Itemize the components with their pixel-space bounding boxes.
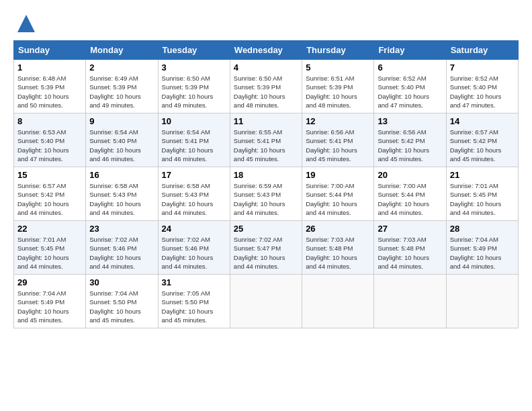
- day-detail: Sunrise: 6:52 AM Sunset: 5:40 PM Dayligh…: [450, 74, 515, 109]
- calendar-cell: 11Sunrise: 6:55 AM Sunset: 5:41 PM Dayli…: [230, 113, 302, 167]
- day-number: 21: [450, 170, 515, 180]
- calendar-cell: 14Sunrise: 6:57 AM Sunset: 5:42 PM Dayli…: [446, 113, 518, 167]
- day-detail: Sunrise: 7:02 AM Sunset: 5:46 PM Dayligh…: [89, 235, 154, 271]
- calendar-table: SundayMondayTuesdayWednesdayThursdayFrid…: [13, 40, 519, 328]
- day-detail: Sunrise: 6:53 AM Sunset: 5:40 PM Dayligh…: [17, 128, 82, 163]
- day-number: 6: [378, 62, 442, 73]
- day-detail: Sunrise: 7:03 AM Sunset: 5:48 PM Dayligh…: [306, 235, 370, 271]
- day-detail: Sunrise: 7:04 AM Sunset: 5:49 PM Dayligh…: [17, 289, 82, 324]
- day-number: 4: [234, 62, 298, 73]
- calendar-cell: 5Sunrise: 6:51 AM Sunset: 5:39 PM Daylig…: [302, 60, 374, 113]
- day-detail: Sunrise: 7:05 AM Sunset: 5:50 PM Dayligh…: [162, 289, 226, 324]
- day-number: 28: [450, 224, 515, 234]
- calendar-cell: 17Sunrise: 6:58 AM Sunset: 5:43 PM Dayli…: [158, 167, 230, 221]
- calendar-cell: 10Sunrise: 6:54 AM Sunset: 5:41 PM Dayli…: [158, 113, 230, 167]
- day-detail: Sunrise: 7:00 AM Sunset: 5:44 PM Dayligh…: [306, 181, 370, 217]
- calendar-cell: 12Sunrise: 6:56 AM Sunset: 5:41 PM Dayli…: [302, 113, 374, 167]
- day-number: 17: [162, 170, 226, 180]
- day-detail: Sunrise: 6:52 AM Sunset: 5:40 PM Dayligh…: [378, 74, 442, 109]
- calendar-cell: 22Sunrise: 7:01 AM Sunset: 5:45 PM Dayli…: [14, 221, 86, 275]
- calendar-cell: 9Sunrise: 6:54 AM Sunset: 5:40 PM Daylig…: [86, 113, 158, 167]
- calendar-cell: 21Sunrise: 7:01 AM Sunset: 5:45 PM Dayli…: [446, 167, 518, 221]
- day-detail: Sunrise: 7:00 AM Sunset: 5:44 PM Dayligh…: [378, 181, 442, 217]
- calendar-cell: 6Sunrise: 6:52 AM Sunset: 5:40 PM Daylig…: [374, 60, 446, 113]
- calendar-week-1: 1Sunrise: 6:48 AM Sunset: 5:39 PM Daylig…: [14, 60, 519, 113]
- header-thursday: Thursday: [302, 41, 374, 60]
- day-number: 16: [89, 170, 154, 180]
- calendar-week-2: 8Sunrise: 6:53 AM Sunset: 5:40 PM Daylig…: [14, 113, 519, 167]
- day-number: 15: [17, 170, 82, 180]
- header-sunday: Sunday: [14, 41, 86, 60]
- calendar-cell: 15Sunrise: 6:57 AM Sunset: 5:42 PM Dayli…: [14, 167, 86, 221]
- calendar-cell: [374, 275, 446, 328]
- logo: [13, 13, 36, 34]
- day-detail: Sunrise: 7:02 AM Sunset: 5:46 PM Dayligh…: [162, 235, 226, 271]
- calendar-cell: 31Sunrise: 7:05 AM Sunset: 5:50 PM Dayli…: [158, 275, 230, 328]
- calendar-cell: 1Sunrise: 6:48 AM Sunset: 5:39 PM Daylig…: [14, 60, 86, 113]
- day-number: 23: [89, 224, 154, 234]
- calendar-cell: 7Sunrise: 6:52 AM Sunset: 5:40 PM Daylig…: [446, 60, 518, 113]
- day-number: 29: [17, 277, 82, 287]
- calendar-cell: 18Sunrise: 6:59 AM Sunset: 5:43 PM Dayli…: [230, 167, 302, 221]
- calendar-cell: 8Sunrise: 6:53 AM Sunset: 5:40 PM Daylig…: [14, 113, 86, 167]
- day-detail: Sunrise: 6:50 AM Sunset: 5:39 PM Dayligh…: [162, 74, 226, 109]
- day-detail: Sunrise: 6:58 AM Sunset: 5:43 PM Dayligh…: [89, 181, 154, 217]
- header-saturday: Saturday: [446, 41, 518, 60]
- day-detail: Sunrise: 6:57 AM Sunset: 5:42 PM Dayligh…: [450, 128, 515, 163]
- calendar-cell: 20Sunrise: 7:00 AM Sunset: 5:44 PM Dayli…: [374, 167, 446, 221]
- day-detail: Sunrise: 6:56 AM Sunset: 5:42 PM Dayligh…: [378, 128, 442, 163]
- calendar-cell: 30Sunrise: 7:04 AM Sunset: 5:50 PM Dayli…: [86, 275, 158, 328]
- day-number: 19: [306, 170, 370, 180]
- day-detail: Sunrise: 7:01 AM Sunset: 5:45 PM Dayligh…: [450, 181, 515, 217]
- svg-marker-0: [17, 15, 35, 32]
- calendar-cell: 13Sunrise: 6:56 AM Sunset: 5:42 PM Dayli…: [374, 113, 446, 167]
- day-number: 3: [162, 62, 226, 73]
- calendar-cell: 28Sunrise: 7:04 AM Sunset: 5:49 PM Dayli…: [446, 221, 518, 275]
- calendar-cell: [230, 275, 302, 328]
- header-tuesday: Tuesday: [158, 41, 230, 60]
- day-number: 27: [378, 224, 442, 234]
- day-number: 18: [234, 170, 298, 180]
- day-number: 11: [234, 116, 298, 126]
- day-number: 14: [450, 116, 515, 126]
- calendar-cell: 27Sunrise: 7:03 AM Sunset: 5:48 PM Dayli…: [374, 221, 446, 275]
- day-detail: Sunrise: 6:57 AM Sunset: 5:42 PM Dayligh…: [17, 181, 82, 217]
- day-detail: Sunrise: 6:54 AM Sunset: 5:41 PM Dayligh…: [162, 128, 226, 163]
- header-monday: Monday: [86, 41, 158, 60]
- day-number: 12: [306, 116, 370, 126]
- calendar-cell: 23Sunrise: 7:02 AM Sunset: 5:46 PM Dayli…: [86, 221, 158, 275]
- day-detail: Sunrise: 6:58 AM Sunset: 5:43 PM Dayligh…: [162, 181, 226, 217]
- calendar-cell: 29Sunrise: 7:04 AM Sunset: 5:49 PM Dayli…: [14, 275, 86, 328]
- day-detail: Sunrise: 6:55 AM Sunset: 5:41 PM Dayligh…: [234, 128, 298, 163]
- day-detail: Sunrise: 6:59 AM Sunset: 5:43 PM Dayligh…: [234, 181, 298, 217]
- page-header: [13, 13, 519, 34]
- calendar-cell: 16Sunrise: 6:58 AM Sunset: 5:43 PM Dayli…: [86, 167, 158, 221]
- day-number: 2: [89, 62, 154, 73]
- calendar-header-row: SundayMondayTuesdayWednesdayThursdayFrid…: [14, 41, 519, 60]
- calendar-cell: 19Sunrise: 7:00 AM Sunset: 5:44 PM Dayli…: [302, 167, 374, 221]
- calendar-cell: [446, 275, 518, 328]
- calendar-cell: 24Sunrise: 7:02 AM Sunset: 5:46 PM Dayli…: [158, 221, 230, 275]
- day-detail: Sunrise: 7:01 AM Sunset: 5:45 PM Dayligh…: [17, 235, 82, 271]
- day-detail: Sunrise: 6:48 AM Sunset: 5:39 PM Dayligh…: [17, 74, 82, 109]
- header-friday: Friday: [374, 41, 446, 60]
- day-number: 5: [306, 62, 370, 73]
- day-detail: Sunrise: 6:56 AM Sunset: 5:41 PM Dayligh…: [306, 128, 370, 163]
- day-number: 22: [17, 224, 82, 234]
- calendar-cell: [302, 275, 374, 328]
- calendar-week-5: 29Sunrise: 7:04 AM Sunset: 5:49 PM Dayli…: [14, 275, 519, 328]
- calendar-week-3: 15Sunrise: 6:57 AM Sunset: 5:42 PM Dayli…: [14, 167, 519, 221]
- day-detail: Sunrise: 7:04 AM Sunset: 5:50 PM Dayligh…: [89, 289, 154, 324]
- day-number: 24: [162, 224, 226, 234]
- day-number: 31: [162, 277, 226, 287]
- calendar-cell: 4Sunrise: 6:50 AM Sunset: 5:39 PM Daylig…: [230, 60, 302, 113]
- calendar-cell: 25Sunrise: 7:02 AM Sunset: 5:47 PM Dayli…: [230, 221, 302, 275]
- day-detail: Sunrise: 7:03 AM Sunset: 5:48 PM Dayligh…: [378, 235, 442, 271]
- day-detail: Sunrise: 6:51 AM Sunset: 5:39 PM Dayligh…: [306, 74, 370, 109]
- day-number: 1: [17, 62, 82, 73]
- day-detail: Sunrise: 6:49 AM Sunset: 5:39 PM Dayligh…: [89, 74, 154, 109]
- calendar-cell: 2Sunrise: 6:49 AM Sunset: 5:39 PM Daylig…: [86, 60, 158, 113]
- calendar-week-4: 22Sunrise: 7:01 AM Sunset: 5:45 PM Dayli…: [14, 221, 519, 275]
- day-number: 30: [89, 277, 154, 287]
- day-number: 8: [17, 116, 82, 126]
